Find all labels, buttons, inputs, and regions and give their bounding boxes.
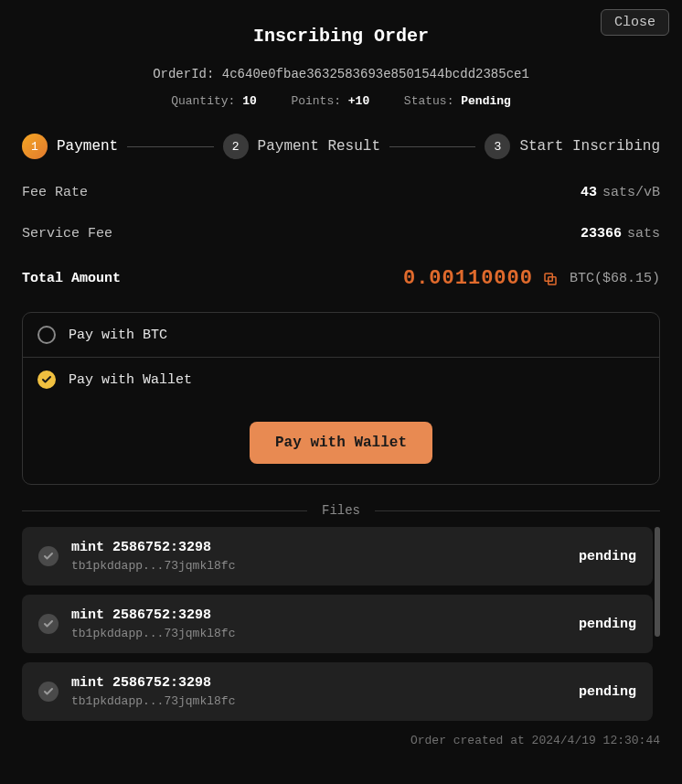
total-amount-row: Total Amount 0.00110000 BTC($68.15) bbox=[22, 267, 660, 290]
service-fee-value: 23366 bbox=[581, 226, 622, 242]
file-item[interactable]: mint 2586752:3298 tb1pkddapp...73jqmkl8f… bbox=[22, 527, 653, 585]
files-divider: Files bbox=[22, 503, 660, 518]
file-address: tb1pkddapp...73jqmkl8fc bbox=[71, 559, 566, 573]
check-icon bbox=[38, 546, 59, 566]
file-address: tb1pkddapp...73jqmkl8fc bbox=[71, 627, 566, 640]
stepper: 1 Payment 2 Payment Result 3 Start Inscr… bbox=[22, 134, 660, 159]
points-value: +10 bbox=[348, 94, 369, 108]
scrollbar-thumb[interactable] bbox=[655, 527, 660, 637]
pay-option-btc-label: Pay with BTC bbox=[69, 328, 167, 343]
file-item[interactable]: mint 2586752:3298 tb1pkddapp...73jqmkl8f… bbox=[22, 662, 653, 721]
payment-method-box: Pay with BTC Pay with Wallet Pay with Wa… bbox=[22, 312, 660, 485]
total-amount-usd: BTC($68.15) bbox=[570, 271, 660, 286]
order-id-label: OrderId: bbox=[153, 67, 214, 81]
fee-rate-value: 43 bbox=[581, 185, 597, 200]
status-value: Pending bbox=[461, 94, 511, 108]
step-start-inscribing: 3 Start Inscribing bbox=[485, 134, 660, 159]
pay-option-wallet-label: Pay with Wallet bbox=[69, 372, 192, 388]
order-created-at: Order created at 2024/4/19 12:30:44 bbox=[22, 734, 660, 747]
file-title: mint 2586752:3298 bbox=[71, 540, 566, 555]
step-divider bbox=[389, 146, 475, 147]
quantity-label: Quantity: bbox=[171, 94, 235, 108]
order-meta-row: Quantity: 10 Points: +10 Status: Pending bbox=[22, 94, 660, 108]
radio-checked-icon bbox=[37, 371, 56, 389]
points-label: Points: bbox=[291, 94, 341, 108]
service-fee-label: Service Fee bbox=[22, 226, 112, 242]
total-amount-label: Total Amount bbox=[22, 271, 121, 286]
step-label-3: Start Inscribing bbox=[519, 138, 660, 155]
fee-rate-unit: sats/vB bbox=[602, 185, 660, 200]
file-address: tb1pkddapp...73jqmkl8fc bbox=[71, 694, 566, 708]
copy-icon[interactable] bbox=[542, 271, 559, 287]
service-fee-unit: sats bbox=[627, 226, 660, 242]
file-status: pending bbox=[579, 684, 636, 700]
step-payment: 1 Payment bbox=[22, 134, 118, 159]
modal-title: Inscribing Order bbox=[22, 26, 660, 47]
step-label-2: Payment Result bbox=[258, 138, 380, 155]
service-fee-row: Service Fee 23366 sats bbox=[22, 226, 660, 242]
files-label: Files bbox=[322, 503, 360, 518]
step-num-3: 3 bbox=[485, 134, 510, 159]
quantity-value: 10 bbox=[242, 94, 257, 108]
file-status: pending bbox=[579, 617, 636, 632]
fee-rate-row: Fee Rate 43 sats/vB bbox=[22, 185, 660, 200]
pay-option-btc[interactable]: Pay with BTC bbox=[23, 313, 659, 357]
close-button[interactable]: Close bbox=[601, 9, 669, 36]
total-amount-btc: 0.00110000 bbox=[403, 267, 533, 290]
step-label-1: Payment bbox=[57, 138, 118, 155]
pay-option-wallet[interactable]: Pay with Wallet bbox=[23, 357, 659, 402]
file-status: pending bbox=[579, 549, 636, 564]
fee-rate-label: Fee Rate bbox=[22, 185, 88, 200]
order-id-row: OrderId: 4c640e0fbae3632583693e8501544bc… bbox=[22, 67, 660, 81]
check-icon bbox=[38, 682, 59, 702]
files-list: mint 2586752:3298 tb1pkddapp...73jqmkl8f… bbox=[22, 527, 660, 721]
check-icon bbox=[38, 614, 59, 634]
order-id-value: 4c640e0fbae3632583693e8501544bcdd2385ce1 bbox=[222, 67, 529, 81]
step-num-2: 2 bbox=[223, 134, 249, 159]
radio-unchecked-icon bbox=[37, 326, 56, 344]
file-item[interactable]: mint 2586752:3298 tb1pkddapp...73jqmkl8f… bbox=[22, 595, 653, 653]
file-title: mint 2586752:3298 bbox=[71, 675, 566, 691]
scrollbar[interactable] bbox=[655, 527, 660, 721]
step-num-1: 1 bbox=[22, 134, 48, 159]
file-title: mint 2586752:3298 bbox=[71, 607, 566, 623]
status-label: Status: bbox=[404, 94, 454, 108]
pay-button[interactable]: Pay with Wallet bbox=[250, 422, 432, 464]
step-payment-result: 2 Payment Result bbox=[223, 134, 380, 159]
step-divider bbox=[127, 146, 213, 147]
